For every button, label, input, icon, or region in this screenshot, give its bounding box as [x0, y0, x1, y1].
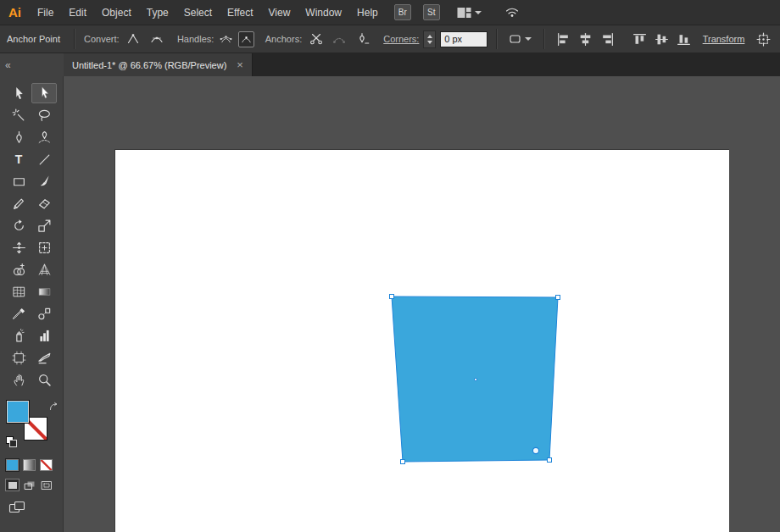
corners-input[interactable]: [440, 31, 488, 47]
control-bar: Anchor Point Convert: Handles:: [0, 25, 780, 53]
corners-stepper[interactable]: [423, 30, 436, 48]
pen-icon: [12, 130, 26, 145]
rotate-icon: [12, 219, 26, 233]
tools-panel: T: [0, 76, 64, 532]
fill-stroke-widget: [6, 400, 60, 449]
curvature-tool[interactable]: [31, 127, 57, 147]
transform-link[interactable]: Transform: [703, 34, 745, 44]
mesh-icon: [12, 285, 26, 299]
menu-window[interactable]: Window: [298, 0, 349, 25]
bristle-brush-button[interactable]: Br: [394, 4, 411, 20]
document-tab-strip: Untitled-1* @ 66.67% (RGB/Preview) ×: [64, 53, 780, 76]
graphic-styles-button[interactable]: St: [423, 4, 440, 20]
anchor-point[interactable]: [548, 458, 552, 463]
anchor-point[interactable]: [390, 295, 394, 299]
remove-anchors-button[interactable]: [354, 30, 373, 48]
convert-to-corner-button[interactable]: [124, 30, 143, 48]
type-tool[interactable]: T: [6, 149, 31, 169]
direct-selection-tool[interactable]: [31, 83, 57, 103]
rectangle-tool[interactable]: [6, 171, 31, 191]
width-tool[interactable]: [6, 237, 31, 258]
separator: [496, 29, 498, 49]
connect-endpoints-button[interactable]: [330, 30, 349, 48]
pen-tool[interactable]: [6, 127, 31, 147]
shape-properties-dropdown[interactable]: [506, 30, 534, 48]
draw-normal-button[interactable]: [5, 479, 20, 491]
tab-close-icon[interactable]: ×: [237, 59, 243, 70]
align-bottom-button[interactable]: [674, 30, 694, 48]
symbol-sprayer-tool[interactable]: [6, 325, 31, 346]
paintbrush-tool[interactable]: [31, 171, 57, 191]
magic-wand-tool[interactable]: [6, 105, 31, 125]
document-tab[interactable]: Untitled-1* @ 66.67% (RGB/Preview) ×: [64, 53, 253, 76]
tools-grid: T: [0, 76, 63, 390]
collapse-chevrons[interactable]: «: [5, 59, 11, 71]
live-corner-widget[interactable]: [532, 447, 538, 453]
none-button[interactable]: [40, 459, 53, 471]
gradient-tool[interactable]: [31, 281, 57, 302]
symbol-sprayer-icon: [12, 329, 26, 343]
blend-tool[interactable]: [31, 303, 57, 324]
default-fill-stroke-icon[interactable]: [6, 436, 17, 447]
show-handles-button[interactable]: [218, 31, 234, 47]
align-middle-button[interactable]: [652, 30, 671, 48]
zoom-tool[interactable]: [31, 369, 57, 390]
eyedropper-tool[interactable]: [6, 303, 31, 324]
stepper-up-icon[interactable]: [427, 35, 432, 38]
eraser-tool[interactable]: [31, 193, 57, 213]
menu-help[interactable]: Help: [349, 0, 386, 25]
align-top-button[interactable]: [630, 30, 649, 48]
selection-tool[interactable]: [6, 83, 31, 103]
align-center-button[interactable]: [576, 30, 595, 48]
tab-row: « Untitled-1* @ 66.67% (RGB/Preview) ×: [0, 53, 780, 76]
horizontal-align-group: [554, 30, 617, 48]
align-left-button[interactable]: [554, 30, 573, 48]
screen-mode-button[interactable]: [7, 500, 27, 515]
mesh-tool[interactable]: [6, 281, 31, 302]
draw-inside-button[interactable]: [39, 479, 53, 491]
menu-edit[interactable]: Edit: [61, 0, 94, 25]
swap-fill-stroke-icon[interactable]: [48, 400, 58, 415]
separator: [543, 29, 545, 49]
menu-object[interactable]: Object: [94, 0, 139, 25]
gradient-button[interactable]: [23, 459, 36, 471]
lasso-tool[interactable]: [31, 105, 57, 125]
align-right-button[interactable]: [598, 30, 617, 48]
hide-handles-button[interactable]: [238, 31, 254, 47]
slice-tool[interactable]: [31, 347, 57, 368]
corners-label[interactable]: Corners:: [383, 34, 419, 44]
line-segment-icon: [37, 152, 52, 167]
isolate-selected-icon[interactable]: [754, 30, 773, 48]
zoom-icon: [37, 373, 52, 387]
hand-tool[interactable]: [6, 369, 31, 390]
anchor-point[interactable]: [556, 296, 560, 300]
line-segment-tool[interactable]: [31, 149, 57, 169]
convert-to-smooth-button[interactable]: [147, 30, 166, 48]
toolbar-collapse[interactable]: «: [0, 53, 64, 76]
color-mode-row: [6, 459, 63, 471]
selection-tool-icon: [12, 86, 26, 101]
menu-effect[interactable]: Effect: [220, 0, 260, 25]
menu-type[interactable]: Type: [139, 0, 176, 25]
shaper-tool[interactable]: [6, 193, 31, 213]
workspace-switcher[interactable]: [457, 7, 482, 19]
artboard-tool[interactable]: [6, 347, 31, 368]
stepper-down-icon[interactable]: [427, 41, 432, 44]
anchor-point[interactable]: [401, 460, 405, 464]
menu-file[interactable]: File: [30, 0, 61, 25]
sync-settings-icon[interactable]: [504, 3, 521, 21]
free-transform-tool[interactable]: [31, 237, 57, 258]
draw-behind-button[interactable]: [22, 479, 36, 491]
canvas-area[interactable]: [64, 76, 780, 532]
shape-builder-tool[interactable]: [6, 259, 31, 280]
color-button[interactable]: [6, 459, 19, 471]
menu-select[interactable]: Select: [176, 0, 220, 25]
perspective-grid-tool[interactable]: [31, 259, 57, 280]
fill-swatch[interactable]: [6, 400, 30, 424]
eraser-icon: [37, 197, 52, 211]
menu-view[interactable]: View: [261, 0, 298, 25]
rotate-tool[interactable]: [6, 215, 31, 236]
cut-path-button[interactable]: [306, 30, 326, 48]
scale-tool[interactable]: [31, 215, 57, 236]
column-graph-tool[interactable]: [31, 325, 57, 346]
